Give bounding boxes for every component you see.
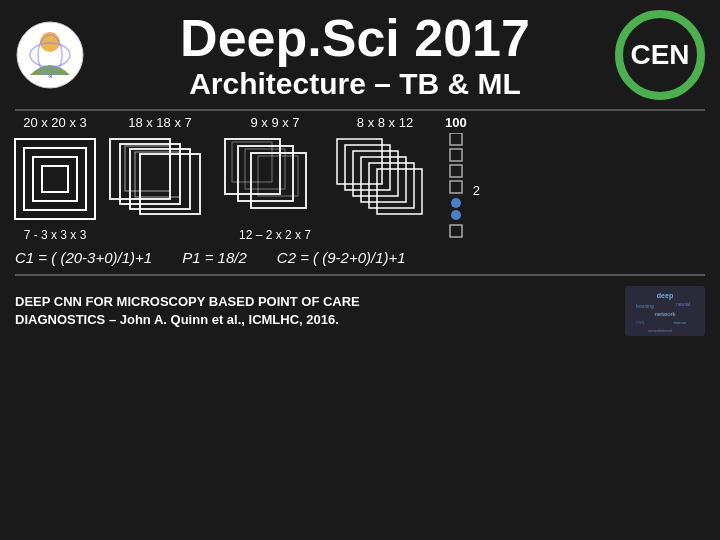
svg-text:neural: neural — [676, 301, 690, 307]
block3-sublabel: 12 – 2 x 2 x 7 — [239, 228, 311, 242]
svg-rect-28 — [450, 149, 462, 161]
block4-label: 8 x 8 x 12 — [357, 115, 413, 130]
svg-text:feature: feature — [674, 320, 687, 325]
formula-c2: C2 = ( (9-2+0)/1)+1 — [277, 249, 406, 266]
formula-c1: C1 = ( (20-3+0)/1)+1 — [15, 249, 152, 266]
svg-point-31 — [451, 198, 461, 208]
svg-rect-11 — [130, 149, 190, 209]
svg-rect-29 — [450, 165, 462, 177]
svg-rect-13 — [125, 146, 170, 191]
fc100-label: 100 — [445, 115, 467, 130]
svg-rect-7 — [33, 157, 77, 201]
svg-rect-20 — [258, 156, 298, 196]
svg-rect-30 — [450, 181, 462, 193]
footer-thumbnail: deep learning neural network CNN feature… — [625, 286, 705, 336]
block1-label: 20 x 20 x 3 — [23, 115, 87, 130]
footer-line2: DIAGNOSTICS – John A. Quinn et al., ICML… — [15, 311, 615, 329]
footer-text: DEEP CNN FOR MICROSCOPY BASED POINT OF C… — [15, 293, 615, 329]
arch-group-2: 18 x 18 x 7 — [105, 115, 215, 224]
block1-squares — [10, 134, 100, 224]
block3-label: 9 x 9 x 7 — [250, 115, 299, 130]
svg-point-32 — [451, 210, 461, 220]
fc100-bottom — [447, 223, 465, 243]
block1-sublabel: 7 - 3 x 3 x 3 — [24, 228, 87, 242]
arch-group-3: 9 x 9 x 7 12 – 2 x 2 x 7 — [220, 115, 330, 242]
svg-text:deep: deep — [657, 292, 673, 300]
block3-squares — [220, 134, 330, 224]
arch-group-4: 8 x 8 x 12 — [335, 115, 435, 224]
block4-squares — [335, 134, 435, 224]
fc100-dots — [447, 133, 465, 223]
svg-rect-14 — [135, 152, 180, 197]
svg-text:learning: learning — [636, 303, 654, 309]
block2-label: 18 x 18 x 7 — [128, 115, 192, 130]
fc-two-label: 2 — [473, 183, 480, 198]
wordcloud-svg: deep learning neural network CNN feature… — [625, 286, 705, 336]
svg-rect-33 — [450, 225, 462, 237]
footer-divider — [15, 274, 705, 276]
cen-label: CEN — [630, 39, 689, 71]
arch-row: 20 x 20 x 3 7 - 3 x 3 x 3 18 x 18 x 7 — [0, 115, 720, 243]
formulas-row: C1 = ( (20-3+0)/1)+1 P1 = 18/2 C2 = ( (9… — [0, 243, 720, 272]
divider — [15, 109, 705, 111]
svg-rect-8 — [42, 166, 68, 192]
sub-title: Architecture – TB & ML — [105, 67, 605, 100]
svg-rect-27 — [450, 133, 462, 145]
cen-badge: CEN — [615, 10, 705, 100]
header: अ Deep.Sci 2017 Architecture – TB & ML C… — [0, 0, 720, 105]
svg-text:network: network — [654, 311, 676, 317]
block2-squares — [105, 134, 215, 224]
title-block: Deep.Sci 2017 Architecture – TB & ML — [85, 10, 605, 100]
svg-text:convolutional: convolutional — [648, 328, 671, 333]
footer-line1: DEEP CNN FOR MICROSCOPY BASED POINT OF C… — [15, 293, 615, 311]
svg-rect-5 — [15, 139, 95, 219]
svg-text:CNN: CNN — [636, 320, 645, 325]
logo: अ — [15, 20, 85, 90]
arch-group-5: 100 2 — [445, 115, 480, 243]
page: अ Deep.Sci 2017 Architecture – TB & ML C… — [0, 0, 720, 540]
main-title: Deep.Sci 2017 — [105, 10, 605, 67]
arch-group-1: 20 x 20 x 3 7 - 3 x 3 x 3 — [10, 115, 100, 242]
svg-rect-10 — [120, 144, 180, 204]
footer: DEEP CNN FOR MICROSCOPY BASED POINT OF C… — [0, 280, 720, 342]
formula-p1: P1 = 18/2 — [182, 249, 247, 266]
